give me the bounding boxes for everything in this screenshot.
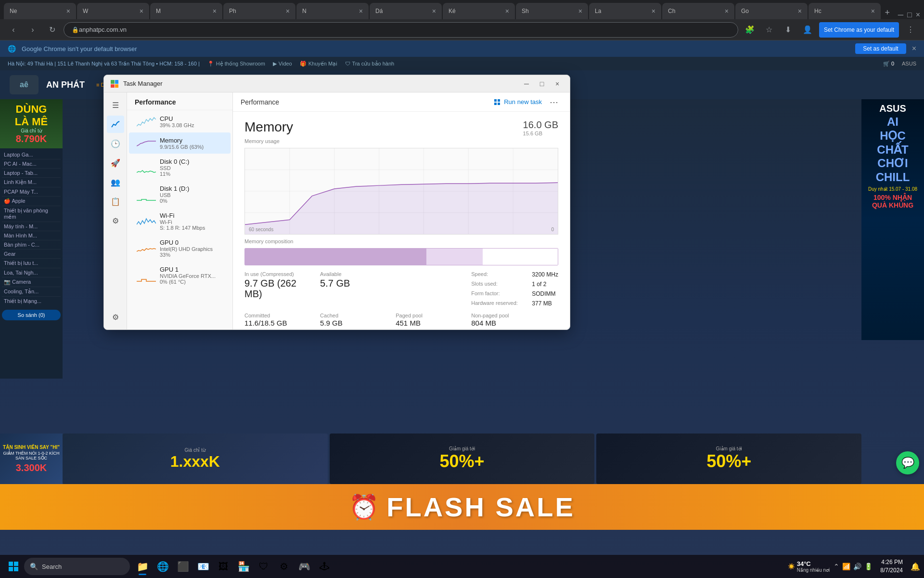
tray-up-arrow[interactable]: ⌃: [834, 563, 839, 570]
tm-services-icon[interactable]: ⚙: [107, 212, 124, 229]
site-logo[interactable]: aê: [10, 75, 38, 94]
tm-sidebar-memory[interactable]: Memory 9.9/15.6 GB (63%): [129, 132, 231, 154]
tm-users-icon[interactable]: 👥: [107, 173, 124, 191]
tab-ph[interactable]: Ph×: [223, 3, 295, 19]
tm-startup-icon[interactable]: 🚀: [107, 154, 124, 171]
flash-sale-bar[interactable]: ⏰ FLASH SALE: [0, 484, 924, 530]
svg-rect-3: [115, 84, 118, 88]
back-button[interactable]: ‹: [6, 22, 21, 38]
tm-disk0-type: SSD: [160, 165, 189, 171]
tm-run-task-button[interactable]: Run new task: [493, 98, 542, 106]
tab-m[interactable]: M×: [150, 3, 222, 19]
tm-history-icon[interactable]: 🕒: [107, 135, 124, 152]
menu-man-hinh[interactable]: Màn Hình M...: [2, 231, 61, 240]
menu-thiet-bi-mang[interactable]: Thiết bị Mạng...: [2, 297, 61, 306]
tray-volume-icon[interactable]: 🔊: [853, 563, 861, 570]
taskbar-explorer-icon[interactable]: 📁: [133, 557, 152, 576]
tm-details-icon[interactable]: 📋: [107, 193, 124, 210]
promo-box-2[interactable]: Giảm giá tới 50%+: [330, 434, 595, 484]
tm-more-button[interactable]: ⋯: [546, 95, 562, 109]
taskbar-settings-icon[interactable]: ⚙: [274, 557, 294, 576]
menu-pc-ai[interactable]: PC AI - Mac...: [2, 159, 61, 169]
tm-maximize-button[interactable]: □: [535, 77, 549, 91]
tm-settings-icon[interactable]: ⚙: [107, 308, 124, 326]
tray-battery-icon[interactable]: 🔋: [864, 563, 873, 570]
menu-laptop-ga[interactable]: Laptop Ga...: [2, 150, 61, 159]
video-link[interactable]: ▶ Video: [273, 61, 292, 67]
menu-laptop-tab[interactable]: Laptop - Tab...: [2, 169, 61, 178]
weather-widget[interactable]: ☀️ 34°C Nắng nhiều nơi: [788, 560, 830, 573]
minimize-button[interactable]: ─: [898, 11, 903, 19]
tm-sidebar-wifi[interactable]: Wi-Fi Wi-Fi S: 1.8 R: 147 Mbps: [129, 208, 231, 235]
promo-link[interactable]: 🎁 Khuyến Mại: [300, 61, 337, 67]
taskbar-photos-icon[interactable]: 🖼: [214, 557, 233, 576]
tm-minimize-button[interactable]: ─: [520, 77, 533, 91]
menu-loa[interactable]: Loa, Tai Ngh...: [2, 268, 61, 277]
compare-button[interactable]: So sánh (0): [2, 310, 61, 320]
tm-close-button[interactable]: ×: [551, 77, 564, 91]
download-button[interactable]: ⬇: [781, 22, 796, 38]
menu-pcap[interactable]: PCAP Máy T...: [2, 187, 61, 197]
tm-sidebar-gpu1[interactable]: GPU 1 NVIDIA GeForce RTX... 0% (61 °C): [129, 262, 231, 289]
tm-main-panel: Performance Run new task ⋯: [233, 92, 570, 329]
close-browser-button[interactable]: ×: [916, 11, 920, 19]
tm-sidebar-disk1[interactable]: Disk 1 (D:) USB 0%: [129, 181, 231, 208]
tab-w[interactable]: W×: [77, 3, 149, 19]
extension-button[interactable]: 🧩: [742, 22, 757, 38]
menu-may-tinh[interactable]: Máy tính - M...: [2, 222, 61, 231]
tab-la[interactable]: La×: [589, 3, 661, 19]
chat-button[interactable]: 💬: [896, 451, 919, 474]
tab-ch[interactable]: Ch×: [662, 3, 734, 19]
start-button[interactable]: [4, 557, 23, 576]
tm-comp-used-block: [245, 249, 426, 265]
promo-box-1[interactable]: Giá chỉ từ 1.xxxK: [63, 434, 328, 484]
tm-sidebar-disk0[interactable]: Disk 0 (C:) SSD 11%: [129, 154, 231, 181]
menu-thiet-bi-van[interactable]: Thiết bị văn phòng mềm: [2, 206, 61, 222]
maximize-button[interactable]: □: [907, 11, 912, 19]
forward-button[interactable]: ›: [25, 22, 40, 38]
tabs-row: Ne× W× M× Ph× N× Dá× Ké× Sh× La× Ch× Go×…: [4, 3, 881, 19]
taskbar-mail-icon[interactable]: 📧: [193, 557, 213, 576]
set-default-button[interactable]: Set as default: [855, 43, 906, 54]
profile-button[interactable]: 👤: [800, 22, 815, 38]
menu-cooling[interactable]: Cooling, Tản...: [2, 287, 61, 297]
tray-network-icon[interactable]: 📶: [842, 563, 850, 570]
refresh-button[interactable]: ↻: [44, 22, 60, 38]
tm-hamburger-button[interactable]: ☰: [107, 96, 124, 114]
taskbar-edge-icon[interactable]: 🌐: [153, 557, 172, 576]
address-bar[interactable]: 🔒 anphatpc.com.vn: [64, 22, 738, 38]
taskbar-clock[interactable]: 4:26 PM 8/7/2024: [876, 558, 907, 575]
tm-performance-icon[interactable]: [107, 116, 124, 133]
warranty-link[interactable]: 🛡 Tra cứu bảo hành: [345, 61, 395, 67]
promo-box-3[interactable]: Giảm giá tới 50%+: [596, 434, 861, 484]
tab-ke[interactable]: Ké×: [443, 3, 515, 19]
tab-da[interactable]: Dá×: [370, 3, 442, 19]
taskbar-antivirus-icon[interactable]: 🛡: [254, 557, 273, 576]
bookmark-button[interactable]: ☆: [761, 22, 777, 38]
tab-go[interactable]: Go×: [735, 3, 808, 19]
showroom-link[interactable]: 📍 Hệ thống Showroom: [207, 61, 265, 67]
tab-sh[interactable]: Sh×: [516, 3, 588, 19]
menu-gear[interactable]: Gear: [2, 250, 61, 259]
taskbar-terminal-icon[interactable]: ⬛: [173, 557, 192, 576]
menu-camera[interactable]: 📷 Camera: [2, 277, 61, 287]
menu-linh-kien[interactable]: Linh Kiện M...: [2, 178, 61, 187]
tab-hc[interactable]: Hc×: [808, 3, 881, 19]
info-bar-close-button[interactable]: ×: [912, 44, 916, 53]
tm-sidebar-gpu0[interactable]: GPU 0 Intel(R) UHD Graphics 33%: [129, 235, 231, 262]
menu-ban-phim[interactable]: Bàn phím - C...: [2, 240, 61, 250]
menu-thiet-bi-luu[interactable]: Thiết bị lưu t...: [2, 259, 61, 268]
taskbar-search-box[interactable]: 🔍 Search: [24, 558, 130, 575]
tab-ne[interactable]: Ne×: [4, 3, 76, 19]
taskbar-store-icon[interactable]: 🏪: [234, 557, 253, 576]
menu-apple[interactable]: 🍎 Apple: [2, 197, 61, 206]
chrome-default-btn[interactable]: Set Chrome as your default: [819, 22, 899, 38]
taskbar-gaming-icon[interactable]: 🕹: [315, 557, 334, 576]
taskbar-steam-icon[interactable]: 🎮: [295, 557, 314, 576]
taskbar-notification-button[interactable]: 🔔: [911, 557, 920, 576]
tm-sidebar-cpu[interactable]: CPU 39% 3.08 GHz: [129, 111, 231, 132]
new-tab-button[interactable]: +: [881, 6, 894, 19]
cart-area[interactable]: 🛒 0: [883, 61, 894, 67]
menu-button[interactable]: ⋮: [903, 22, 918, 38]
tab-n[interactable]: N×: [296, 3, 369, 19]
